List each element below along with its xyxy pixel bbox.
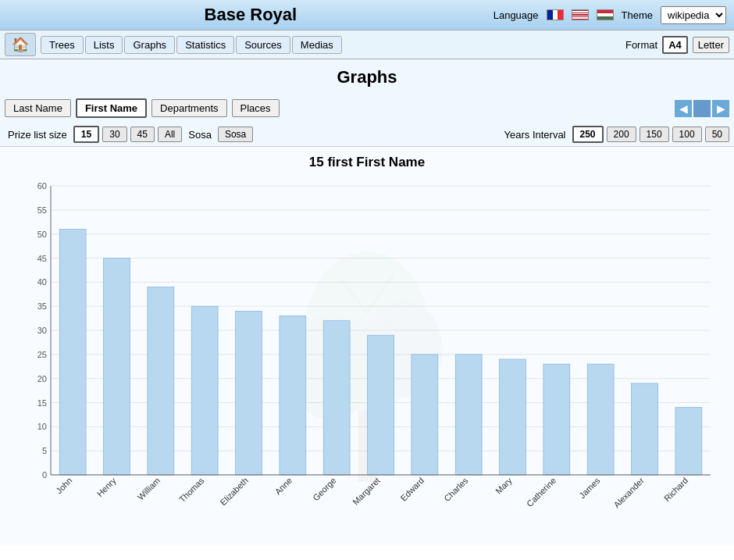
prize-size-45[interactable]: 45 xyxy=(130,127,155,142)
nav-right: Format A4 Letter xyxy=(625,36,729,54)
tab-departments[interactable]: Departments xyxy=(151,99,226,117)
svg-rect-44 xyxy=(280,316,306,476)
svg-rect-50 xyxy=(412,355,438,475)
prev-chart-button[interactable]: ◀ xyxy=(675,100,692,117)
svg-text:Elizabeth: Elizabeth xyxy=(218,476,249,507)
header-title: Base Royal xyxy=(8,5,493,25)
prize-list-label: Prize list size xyxy=(8,129,67,141)
theme-label: Theme xyxy=(622,9,653,21)
years-100[interactable]: 100 xyxy=(672,127,702,142)
svg-text:Mary: Mary xyxy=(493,476,514,496)
svg-text:John: John xyxy=(54,476,73,495)
svg-text:50: 50 xyxy=(37,230,47,239)
tab-places[interactable]: Places xyxy=(232,99,280,117)
format-letter[interactable]: Letter xyxy=(693,37,729,53)
svg-text:George: George xyxy=(311,476,337,502)
svg-rect-36 xyxy=(104,259,130,476)
chart-title: 15 first First Name xyxy=(16,155,718,170)
theme-select[interactable]: wikipedia default dark xyxy=(661,6,726,24)
sosa-button[interactable]: Sosa xyxy=(218,127,253,142)
svg-rect-58 xyxy=(587,364,614,475)
years-150[interactable]: 150 xyxy=(640,127,669,142)
svg-rect-40 xyxy=(191,306,218,475)
bar-chart-svg: 051015202530354045505560JohnHenryWilliam… xyxy=(16,178,718,537)
svg-text:60: 60 xyxy=(37,181,47,191)
format-label: Format xyxy=(625,39,657,51)
home-button[interactable]: 🏠 xyxy=(5,33,36,56)
svg-text:5: 5 xyxy=(42,446,47,455)
nav-medias[interactable]: Medias xyxy=(292,36,342,54)
years-interval-label: Years Interval xyxy=(504,129,566,141)
svg-text:0: 0 xyxy=(42,470,47,480)
svg-text:25: 25 xyxy=(37,350,47,359)
nav-trees[interactable]: Trees xyxy=(41,36,84,54)
flag-france[interactable] xyxy=(547,9,564,20)
nav-statistics[interactable]: Statistics xyxy=(176,36,234,54)
flag-hungary[interactable] xyxy=(597,9,614,20)
svg-text:Richard: Richard xyxy=(662,476,689,503)
svg-text:40: 40 xyxy=(37,277,47,287)
svg-text:30: 30 xyxy=(37,326,47,335)
chart-wrapper: 051015202530354045505560JohnHenryWilliam… xyxy=(16,178,718,537)
page-title: Graphs xyxy=(0,59,734,94)
language-label: Language xyxy=(493,9,539,21)
nav-lists[interactable]: Lists xyxy=(85,36,123,54)
svg-text:Margaret: Margaret xyxy=(351,476,382,507)
years-200[interactable]: 200 xyxy=(607,127,636,142)
svg-text:Henry: Henry xyxy=(95,476,119,499)
years-50[interactable]: 50 xyxy=(705,127,729,142)
svg-text:Edward: Edward xyxy=(398,476,426,503)
svg-rect-46 xyxy=(323,321,350,475)
svg-text:Thomas: Thomas xyxy=(177,476,206,505)
flag-us[interactable] xyxy=(572,9,589,20)
svg-text:Alexander: Alexander xyxy=(611,476,646,510)
chart-area: 15 first First Name 05101520253035404550… xyxy=(0,147,734,545)
svg-rect-60 xyxy=(632,383,658,475)
next-chart-button[interactable]: ▶ xyxy=(712,100,729,117)
prize-size-30[interactable]: 30 xyxy=(102,127,126,142)
svg-rect-62 xyxy=(675,408,702,475)
svg-text:Anne: Anne xyxy=(273,476,294,497)
sosa-label: Sosa xyxy=(188,129,212,141)
svg-text:10: 10 xyxy=(37,422,47,431)
svg-rect-42 xyxy=(236,311,262,475)
svg-text:45: 45 xyxy=(37,254,47,263)
svg-text:15: 15 xyxy=(37,398,47,408)
svg-rect-38 xyxy=(148,287,174,476)
chart-controls-row: Prize list size 15 30 45 All Sosa Sosa Y… xyxy=(0,123,734,147)
header-right: Language Theme wikipedia default dark xyxy=(493,6,726,24)
chart-nav-arrows: ◀ ▶ xyxy=(675,100,729,117)
svg-rect-48 xyxy=(368,335,394,475)
format-a4[interactable]: A4 xyxy=(662,36,688,54)
nav-bar: 🏠 Trees Lists Graphs Statistics Sources … xyxy=(0,30,734,59)
prize-size-all[interactable]: All xyxy=(158,127,182,142)
svg-text:William: William xyxy=(136,476,162,502)
prize-size-15[interactable]: 15 xyxy=(73,126,99,143)
chart-indicator xyxy=(693,100,711,117)
nav-graphs[interactable]: Graphs xyxy=(124,36,175,54)
svg-rect-34 xyxy=(59,230,86,476)
header: Base Royal Language Theme wikipedia defa… xyxy=(0,0,734,30)
svg-text:Charles: Charles xyxy=(442,476,470,504)
svg-text:55: 55 xyxy=(37,205,47,215)
svg-rect-54 xyxy=(500,359,526,475)
tab-last-name[interactable]: Last Name xyxy=(5,99,71,117)
svg-rect-52 xyxy=(455,355,482,475)
svg-text:James: James xyxy=(577,476,602,501)
svg-text:35: 35 xyxy=(37,301,47,311)
svg-rect-56 xyxy=(543,364,570,475)
svg-text:Catherine: Catherine xyxy=(525,476,558,508)
years-250[interactable]: 250 xyxy=(572,126,604,143)
svg-text:20: 20 xyxy=(37,374,47,383)
chart-tabs-row: Last Name First Name Departments Places … xyxy=(0,94,734,123)
tab-first-name[interactable]: First Name xyxy=(76,98,147,118)
nav-sources[interactable]: Sources xyxy=(236,36,290,54)
